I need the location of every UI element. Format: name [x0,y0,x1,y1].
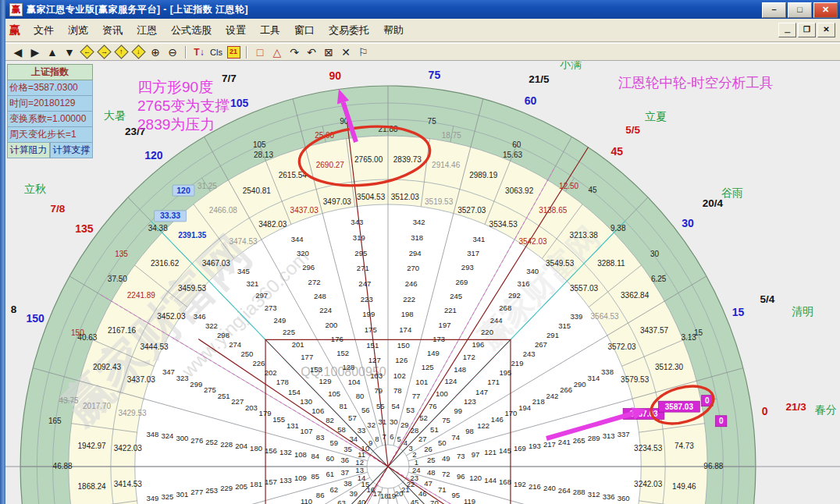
svg-text:7/7: 7/7 [222,73,237,84]
svg-text:275: 275 [204,385,216,394]
triangle-tool-icon[interactable]: △ [269,44,285,59]
svg-text:223: 223 [361,295,373,303]
cls-button[interactable]: Cls [208,44,224,59]
menu-item-8[interactable]: 交易委托 [322,22,376,38]
svg-text:28: 28 [411,426,419,435]
svg-text:2241.89: 2241.89 [127,291,156,300]
svg-text:33.33: 33.33 [160,211,180,220]
menu-item-4[interactable]: 公式选股 [164,22,219,38]
svg-text:323: 323 [176,374,189,382]
svg-text:135: 135 [115,250,128,258]
svg-text:春分: 春分 [815,403,837,416]
svg-text:301: 301 [176,490,188,499]
svg-text:319: 319 [353,233,365,242]
back-icon[interactable]: ◀ [10,44,26,59]
svg-text:325: 325 [161,492,173,501]
menu-item-9[interactable]: 帮助 [376,22,411,38]
mdi-restore-button[interactable]: ❐ [798,23,816,37]
svg-text:3138.65: 3138.65 [539,206,568,215]
svg-text:343: 343 [351,218,363,226]
square-tool-icon[interactable]: □ [252,44,268,59]
svg-text:96: 96 [457,472,465,481]
svg-text:3587.03: 3587.03 [665,403,694,411]
svg-text:3572.03: 3572.03 [607,343,636,351]
svg-text:320: 320 [297,249,309,257]
menu-item-0[interactable]: 文件 [27,22,61,38]
rotate-cw-icon[interactable]: ↷ [287,44,302,59]
svg-text:2316.62: 2316.62 [151,259,180,268]
diamond-down-icon[interactable]: ↓ [130,44,146,59]
svg-text:99: 99 [454,406,462,415]
svg-text:31: 31 [378,417,386,426]
svg-text:292: 292 [508,291,521,300]
calc-support-button[interactable]: 计算支撑 [50,143,93,158]
menu-item-3[interactable]: 江恩 [130,22,164,38]
gann-wheel[interactable]: 赢家财富网www.yingjia360.com赢家财富网QQ:100800950… [0,61,840,504]
svg-text:3512.30: 3512.30 [655,363,684,371]
minimize-button[interactable]: – [762,2,786,18]
svg-text:148: 148 [454,365,466,374]
svg-text:1868.24: 1868.24 [78,482,107,491]
svg-text:175: 175 [365,325,377,334]
down-triangle-icon[interactable]: ▼ [62,44,77,59]
svg-text:51: 51 [430,425,439,434]
flag-icon[interactable]: ⚐ [355,44,371,59]
maximize-button[interactable]: □ [788,2,812,18]
sort-range-icon[interactable]: T↓ [191,44,207,59]
diamond-right-icon[interactable]: → [96,44,112,59]
svg-text:248: 248 [314,292,326,300]
gann-wheel-area[interactable]: 赢家财富网www.yingjia360.com赢家财富网QQ:100800950… [0,61,840,504]
menu-item-5[interactable]: 设置 [219,22,253,38]
rotate-ccw-icon[interactable]: ↶ [304,44,319,59]
svg-text:3414.53: 3414.53 [114,480,143,488]
menu-item-2[interactable]: 资讯 [95,22,130,38]
svg-text:300: 300 [176,434,188,442]
svg-text:77: 77 [412,392,421,400]
zoom-out-icon[interactable]: ⊖ [165,44,180,59]
svg-text:360: 360 [618,494,630,502]
svg-text:110: 110 [301,497,312,504]
up-triangle-icon[interactable]: ▲ [44,44,60,59]
svg-text:25: 25 [427,456,436,464]
zoom-in-icon[interactable]: ⊕ [148,44,163,59]
svg-text:101: 101 [415,378,428,386]
svg-text:3437.03: 3437.03 [290,206,319,215]
svg-text:132: 132 [279,448,292,456]
svg-text:2466.08: 2466.08 [209,206,238,215]
svg-text:128: 128 [342,363,354,371]
forward-icon[interactable]: ▶ [27,44,43,59]
svg-text:8: 8 [11,303,17,315]
svg-text:345: 345 [237,267,250,275]
mdi-minimize-button[interactable]: ＿ [778,23,796,37]
title-bar[interactable]: 赢 赢家江恩专业版[赢家服务平台] - [上证指数 江恩轮] – □ ✕ [0,0,840,19]
boxed-x-icon[interactable]: ⊠ [321,44,336,59]
calc-resistance-button[interactable]: 计算阻力 [7,143,50,158]
menu-item-7[interactable]: 窗口 [287,22,322,38]
menu-item-1[interactable]: 浏览 [61,22,95,38]
svg-text:192: 192 [514,480,526,488]
move-cross-icon[interactable]: ✕ [338,44,354,59]
calendar-icon[interactable]: 21 [226,44,241,59]
svg-text:216: 216 [529,482,541,491]
svg-text:264: 264 [558,486,571,495]
svg-text:314: 314 [587,374,600,382]
svg-text:20/4: 20/4 [703,197,724,209]
svg-text:3534.53: 3534.53 [489,220,518,229]
svg-text:346: 346 [194,312,206,321]
svg-text:219: 219 [511,359,524,367]
menu-logo-icon[interactable]: 赢 [8,22,27,39]
svg-text:173: 173 [432,335,445,343]
close-button[interactable]: ✕ [813,2,838,18]
svg-text:204: 204 [235,442,247,450]
svg-text:268: 268 [499,303,511,312]
svg-text:179: 179 [259,409,272,417]
diamond-left-icon[interactable]: ← [79,44,94,59]
svg-text:151: 151 [366,341,379,350]
svg-text:97: 97 [472,450,480,459]
diamond-up-icon[interactable]: ↑ [113,44,129,59]
mdi-close-button[interactable]: ✕ [817,23,835,37]
svg-text:178: 178 [276,378,289,386]
menu-item-6[interactable]: 工具 [253,22,287,38]
info-row-0: 价格=3587.0300 [7,80,93,96]
svg-text:317: 317 [467,249,479,257]
